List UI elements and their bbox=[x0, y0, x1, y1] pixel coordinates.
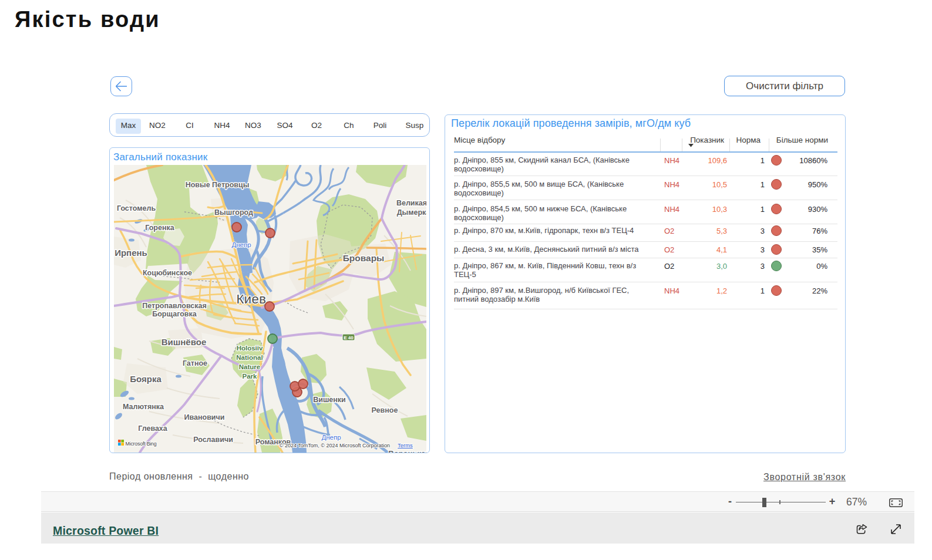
svg-text:Днепр: Днепр bbox=[231, 241, 251, 248]
svg-text:Глеваха: Глеваха bbox=[138, 424, 168, 433]
svg-text:Park: Park bbox=[243, 373, 258, 380]
svg-text:Гостомель: Гостомель bbox=[117, 204, 156, 212]
svg-text:Гатное: Гатное bbox=[183, 359, 207, 367]
svg-text:Новые Петровцы: Новые Петровцы bbox=[186, 181, 250, 189]
svg-text:Ревное: Ревное bbox=[372, 406, 398, 414]
svg-text:Terms: Terms bbox=[398, 442, 413, 448]
svg-text:Ирпень: Ирпень bbox=[115, 248, 147, 258]
svg-text:National: National bbox=[236, 354, 263, 361]
svg-text:Holosiiv: Holosiiv bbox=[237, 345, 263, 352]
svg-text:Вишнёвое: Вишнёвое bbox=[161, 337, 207, 347]
svg-text:Рославичи: Рославичи bbox=[193, 436, 233, 444]
svg-text:Великая: Великая bbox=[396, 199, 426, 207]
svg-text:Ивановичи: Ивановичи bbox=[184, 413, 225, 421]
svg-text:Вишенки: Вишенки bbox=[313, 396, 346, 404]
svg-text:Вышгород: Вышгород bbox=[214, 208, 253, 217]
svg-text:Петропавловская: Петропавловская bbox=[142, 302, 206, 310]
svg-text:© 2024 TomTom, © 2024 Microsof: © 2024 TomTom, © 2024 Microsoft Corporat… bbox=[280, 443, 390, 448]
svg-text:Коцюбинское: Коцюбинское bbox=[143, 269, 192, 277]
svg-text:Горенка: Горенка bbox=[145, 224, 174, 232]
svg-text:Microsoft Bing: Microsoft Bing bbox=[126, 441, 157, 447]
svg-text:Вороньков: Вороньков bbox=[388, 449, 426, 453]
svg-text:Nature: Nature bbox=[239, 363, 260, 370]
svg-text:Бровары: Бровары bbox=[343, 253, 385, 263]
svg-text:Борщаговка: Борщаговка bbox=[152, 310, 197, 318]
svg-text:Дымерка: Дымерка bbox=[397, 208, 426, 217]
svg-text:E 40: E 40 bbox=[344, 335, 354, 340]
svg-text:Киев: Киев bbox=[236, 292, 266, 306]
svg-text:Малютянка: Малютянка bbox=[123, 403, 164, 411]
svg-text:Боярка: Боярка bbox=[130, 374, 161, 384]
svg-text:Днепр: Днепр bbox=[321, 434, 341, 441]
